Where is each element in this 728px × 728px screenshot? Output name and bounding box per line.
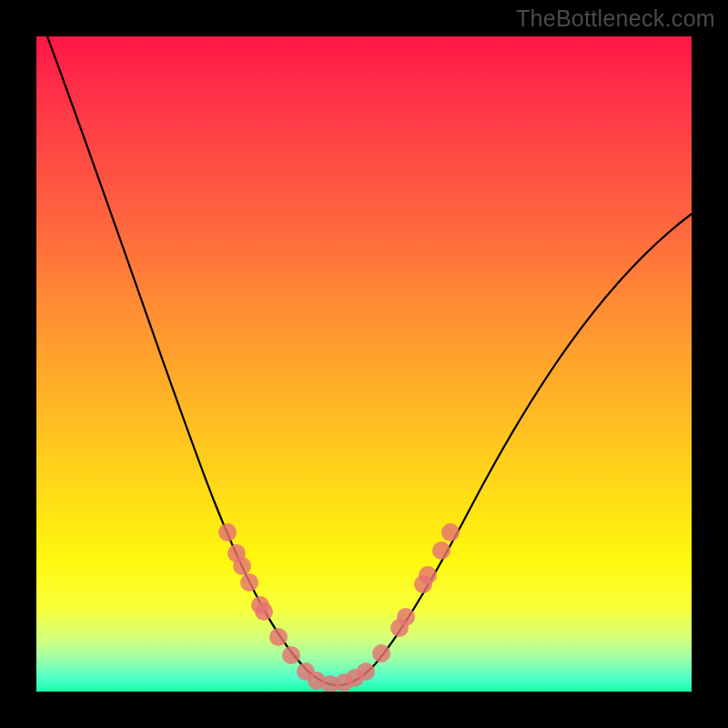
bottleneck-curve: [47, 36, 692, 685]
watermark-text: TheBottleneck.com: [516, 5, 715, 32]
sample-point: [240, 573, 258, 592]
sample-point: [269, 628, 288, 646]
chart-svg: [36, 36, 692, 692]
sample-point: [218, 523, 237, 541]
sample-point: [255, 602, 273, 621]
sample-point: [432, 541, 450, 560]
sample-point: [419, 566, 437, 584]
marker-group: [218, 523, 460, 692]
sample-point: [282, 646, 300, 664]
sample-point: [372, 644, 390, 662]
sample-point: [233, 557, 251, 575]
sample-point: [357, 662, 375, 681]
sample-point: [397, 608, 415, 626]
sample-point: [441, 523, 460, 541]
plot-area: [36, 36, 692, 692]
